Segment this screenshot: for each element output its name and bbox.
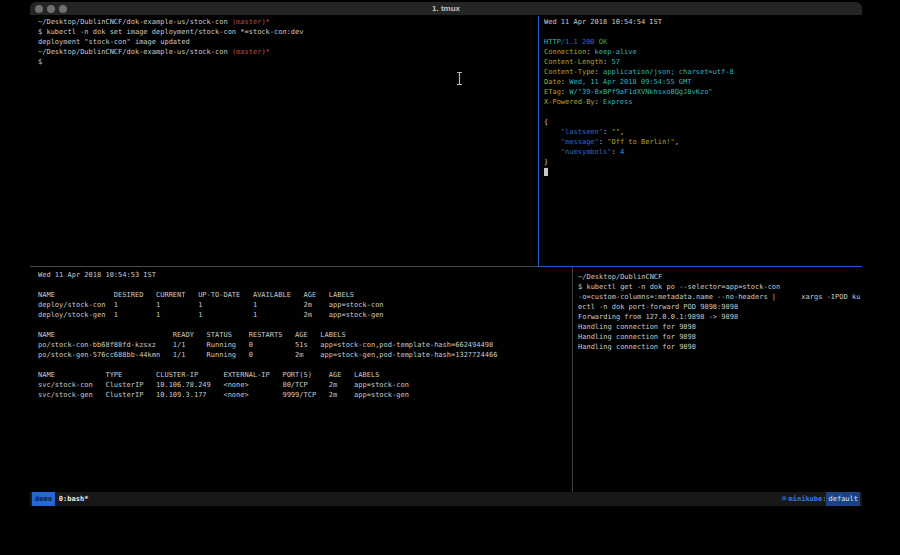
terminal-line: po/stock-gen-576cc688bb-44kmn 1/1 Runnin… — [38, 350, 570, 360]
kubernetes-icon: ☸ — [782, 493, 787, 505]
terminal-line — [544, 107, 860, 117]
kube-namespace: default — [826, 492, 860, 506]
terminal-line: Handling connection for 9898 — [578, 322, 860, 332]
terminal-line: ~/Desktop/DublinCNCF — [578, 272, 860, 282]
terminal-line: NAME READY STATUS RESTARTS AGE LABELS — [38, 330, 570, 340]
terminal-line — [38, 320, 570, 330]
terminal-line: } — [544, 157, 860, 167]
terminal-line: ectl -n dok port-forward POD 9898:9898 — [578, 302, 860, 312]
terminal-line: Content-Length: 57 — [544, 57, 860, 67]
screen-background: 1. tmux ~/Desktop/DublinCNCF/dok-example… — [0, 0, 900, 555]
terminal-line: ~/Desktop/DublinCNCF/dok-example-us/stoc… — [38, 47, 536, 57]
terminal-line: Content-Type: application/json; charset=… — [544, 67, 860, 77]
terminal-line: { — [544, 117, 860, 127]
terminal-line: HTTP/1.1 200 OK — [544, 37, 860, 47]
terminal-line: -o=custom-columns=:metadata.name --no-he… — [578, 292, 860, 302]
kube-context: minikube — [789, 493, 823, 505]
terminal-line: NAME TYPE CLUSTER-IP EXTERNAL-IP PORT(S)… — [38, 370, 570, 380]
terminal-line: "message": "Off to Berlin!", — [544, 137, 860, 147]
terminal-line: deployment "stock-con" image updated — [38, 37, 536, 47]
pane-bottom-left-kubectl-watch[interactable]: Wed 11 Apr 2018 10:54:53 ISTNAME DESIRED… — [38, 270, 570, 490]
terminal-line: Wed 11 Apr 2018 10:54:54 IST — [544, 17, 860, 27]
pane-bottom-right-port-forward[interactable]: ~/Desktop/DublinCNCF$ kubectl get -n dok… — [578, 272, 860, 490]
terminal-line: $ kubectl get -n dok po --selector=app=s… — [578, 282, 860, 292]
terminal-line: $ — [38, 57, 536, 67]
terminal-line: Forwarding from 127.0.0.1:9898 -> 9898 — [578, 312, 860, 322]
terminal-line — [38, 280, 570, 290]
pane-divider-vertical-top-active[interactable] — [538, 16, 539, 266]
window-title: 1. tmux — [30, 4, 862, 13]
terminal-line: po/stock-con-bb68f88fd-kzsxz 1/1 Running… — [38, 340, 570, 350]
terminal-line: Handling connection for 9898 — [578, 342, 860, 352]
terminal-line — [544, 27, 860, 37]
tmux-terminal: ~/Desktop/DublinCNCF/dok-example-us/stoc… — [30, 16, 862, 492]
pane-top-right-http-response[interactable]: Wed 11 Apr 2018 10:54:54 ISTHTTP/1.1 200… — [544, 17, 860, 265]
terminal-line: Date: Wed, 11 Apr 2018 09:54:55 GMT — [544, 77, 860, 87]
terminal-line: Wed 11 Apr 2018 10:54:53 IST — [38, 270, 570, 280]
pane-top-left-shell[interactable]: ~/Desktop/DublinCNCF/dok-example-us/stoc… — [38, 17, 536, 265]
mouse-ibeam-cursor — [455, 71, 464, 86]
terminal-line: X-Powered-By: Express — [544, 97, 860, 107]
terminal-line — [38, 360, 570, 370]
pane-divider-vertical-bottom[interactable] — [572, 267, 573, 492]
terminal-line: deploy/stock-con 1 1 1 1 2m app=stock-co… — [38, 300, 570, 310]
terminal-line: $ kubectl -n dok set image deployment/st… — [38, 27, 536, 37]
pane-divider-horizontal-left[interactable] — [30, 266, 538, 267]
terminal-cursor — [544, 168, 548, 176]
terminal-line: ~/Desktop/DublinCNCF/dok-example-us/stoc… — [38, 17, 536, 27]
terminal-window: 1. tmux ~/Desktop/DublinCNCF/dok-example… — [30, 2, 862, 512]
tmux-status-bar: demo 0:bash* ☸ minikube : default — [30, 492, 862, 506]
window-list-item[interactable]: 0:bash* — [59, 493, 89, 505]
terminal-line: Handling connection for 9898 — [578, 332, 860, 342]
terminal-line: deploy/stock-gen 1 1 1 1 2m app=stock-ge… — [38, 310, 570, 320]
terminal-line: NAME DESIRED CURRENT UP-TO-DATE AVAILABL… — [38, 290, 570, 300]
status-bar-left: demo 0:bash* — [32, 492, 88, 506]
terminal-line: Connection: keep-alive — [544, 47, 860, 57]
terminal-line: ETag: W/"39-0xBPf9aF1dXVNkhsxoBQgJ8vKzo" — [544, 87, 860, 97]
session-name-badge[interactable]: demo — [32, 492, 55, 506]
pane-divider-horizontal-right-active[interactable] — [538, 266, 862, 267]
window-titlebar[interactable]: 1. tmux — [30, 2, 862, 16]
terminal-line: svc/stock-gen ClusterIP 10.109.3.177 <no… — [38, 390, 570, 400]
kube-status: ☸ minikube : default — [782, 492, 860, 506]
terminal-line: "numsymbols": 4 — [544, 147, 860, 157]
terminal-line: "lastseen": "", — [544, 127, 860, 137]
terminal-line: svc/stock-con ClusterIP 10.106.78.249 <n… — [38, 380, 570, 390]
